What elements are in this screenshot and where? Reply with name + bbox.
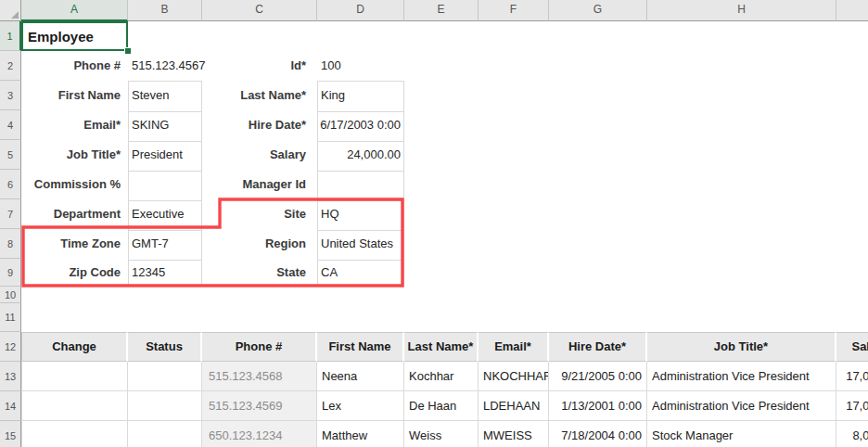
table-cell[interactable]: 8,000.00 [836,421,868,447]
form-value-manager-id[interactable] [317,170,404,199]
form-label-zip-code[interactable]: Zip Code [21,259,121,287]
row-header-10[interactable]: 10 [0,287,21,303]
row-header-3[interactable]: 3 [0,81,21,110]
table-cell[interactable]: Stock Manager [647,421,836,447]
form-value-region[interactable]: United States [317,229,404,259]
row-header-8[interactable]: 8 [0,229,21,259]
form-value-zip-code[interactable]: 12345 [128,259,202,287]
form-label-commission[interactable]: Commission % [21,170,121,199]
table-cell[interactable]: 9/21/2005 0:00 [549,362,647,391]
table-cell[interactable]: 515.123.4568 [202,362,317,391]
row-header-7[interactable]: 7 [0,199,21,229]
form-label-email[interactable]: Email* [21,110,121,140]
table-header-change[interactable]: Change [21,332,128,362]
table-cell[interactable] [128,421,202,447]
table-cell[interactable] [128,391,202,421]
table-header-hire-date[interactable]: Hire Date* [549,332,647,362]
row-header-2[interactable]: 2 [0,51,21,81]
table-cell[interactable] [21,391,128,421]
row-header-6[interactable]: 6 [0,170,21,199]
form-value-salary[interactable]: 24,000.00 [317,140,404,170]
form-value-state[interactable]: CA [317,259,404,287]
table-header-status[interactable]: Status [128,332,202,362]
form-value-email[interactable]: SKING [128,110,202,140]
table-cell[interactable] [21,362,128,391]
form-label-hire-date[interactable]: Hire Date* [202,110,306,140]
form-value-department[interactable]: Executive [128,199,202,229]
table-cell[interactable]: De Haan [404,391,479,421]
table-cell[interactable]: Neena [317,362,404,391]
select-all-triangle-icon [11,11,19,19]
form-label-salary[interactable]: Salary [202,140,306,170]
form-label-job-title[interactable]: Job Title* [21,140,121,170]
table-cell[interactable]: 650.123.1234 [202,421,317,447]
column-header-H[interactable]: H [647,0,836,21]
form-value-job-title[interactable]: President [128,140,202,170]
table-header-job-title[interactable]: Job Title* [647,332,836,362]
sheet-title: Employee [28,29,94,45]
form-value-id[interactable]: 100 [317,51,404,81]
column-header-B[interactable]: B [128,0,202,21]
form-value-first-name[interactable]: Steven [128,81,202,110]
form-value-site[interactable]: HQ [317,199,404,229]
row-header-12[interactable]: 12 [0,332,21,362]
form-label-department[interactable]: Department [21,199,121,229]
row-header-4[interactable]: 4 [0,110,21,140]
table-cell[interactable]: Weiss [404,421,479,447]
table-header-email[interactable]: Email* [479,332,549,362]
title-cell[interactable]: Employee [21,21,128,51]
row-header-11[interactable]: 11 [0,303,21,332]
table-header-first-name[interactable]: First Name [317,332,404,362]
table-cell[interactable]: MWEISS [479,421,549,447]
form-label-first-name[interactable]: First Name [21,81,121,110]
table-cell[interactable]: Administration Vice President [647,391,836,421]
table-cell[interactable]: 515.123.4569 [202,391,317,421]
select-all-corner[interactable] [0,0,21,21]
form-value-commission[interactable] [128,170,202,199]
table-cell[interactable] [128,362,202,391]
column-header-G[interactable]: G [549,0,647,21]
table-cell[interactable]: Administration Vice President [647,362,836,391]
column-header-E[interactable]: E [404,0,479,21]
column-header-C[interactable]: C [202,0,317,21]
table-cell[interactable]: 1/13/2001 0:00 [549,391,647,421]
row-header-9[interactable]: 9 [0,259,21,287]
row-header-15[interactable]: 15 [0,421,21,447]
form-value-last-name[interactable]: King [317,81,404,110]
table-cell[interactable]: Kochhar [404,362,479,391]
form-label-region[interactable]: Region [202,229,306,259]
form-value-phone[interactable]: 515.123.4567 [128,51,202,81]
table-header-last-name[interactable]: Last Name* [404,332,479,362]
form-label-time-zone[interactable]: Time Zone [21,229,121,259]
column-header-F[interactable]: F [479,0,549,21]
table-cell[interactable]: 17,000.00 [836,362,868,391]
form-label-id[interactable]: Id* [202,51,306,81]
column-header-I[interactable]: I [836,0,868,21]
form-value-time-zone[interactable]: GMT-7 [128,229,202,259]
fill-handle[interactable] [124,47,132,55]
spreadsheet: ABCDEFGHI 123456789101112131415 Phone #5… [0,0,868,447]
table-cell[interactable]: Matthew [317,421,404,447]
table-cell[interactable] [21,421,128,447]
row-header-14[interactable]: 14 [0,391,21,421]
column-header-D[interactable]: D [317,0,404,21]
form-label-last-name[interactable]: Last Name* [202,81,306,110]
form-label-state[interactable]: State [202,259,306,287]
form-label-site[interactable]: Site [202,199,306,229]
form-value-hire-date[interactable]: 6/17/2003 0:00 [317,110,404,140]
table-cell[interactable]: 17,000.00 [836,391,868,421]
row-header-5[interactable]: 5 [0,140,21,170]
table-cell[interactable]: Lex [317,391,404,421]
form-label-phone[interactable]: Phone # [21,51,121,81]
row-header-13[interactable]: 13 [0,362,21,391]
table-cell[interactable]: LDEHAAN [479,391,549,421]
table-cell[interactable]: 7/18/2004 0:00 [549,421,647,447]
column-header-A[interactable]: A [21,0,128,21]
form-label-manager-id[interactable]: Manager Id [202,170,306,199]
table-cell[interactable]: NKOCHHAR [479,362,549,391]
table-header-salary[interactable]: Salary [836,332,868,362]
table-header-phone[interactable]: Phone # [202,332,317,362]
row-header-1[interactable]: 1 [0,21,21,51]
